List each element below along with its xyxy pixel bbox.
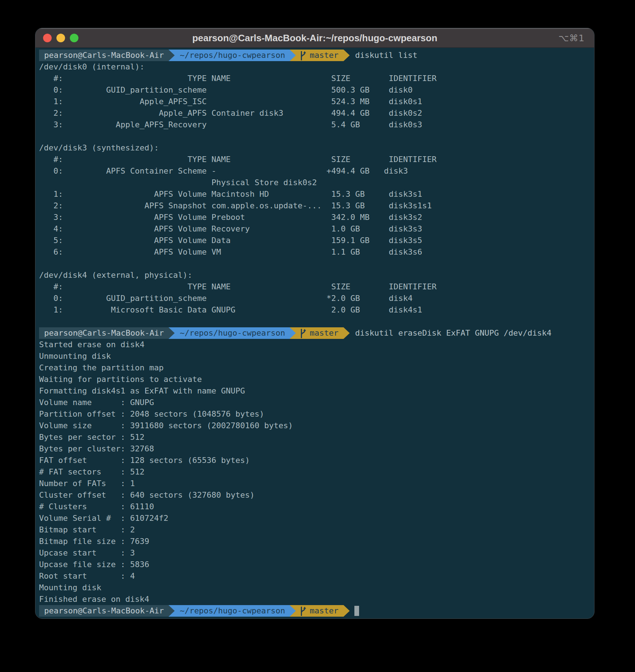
window-title: pearson@Carls-MacBook-Air:~/repos/hugo-c…	[35, 33, 594, 44]
output-line: Number of FATs : 1	[39, 478, 594, 489]
powerline-arrow-icon	[169, 327, 175, 339]
output-line: 1: Microsoft Basic Data GNUPG 2.0 GB dis…	[39, 304, 594, 316]
powerline-arrow-icon	[344, 50, 350, 61]
output-line	[39, 316, 594, 327]
command-text: diskutil eraseDisk ExFAT GNUPG /dev/disk…	[355, 327, 551, 339]
output-line: Physical Store disk0s2	[39, 177, 594, 188]
output-line: 0: GUID_partition_scheme *2.0 GB disk4	[39, 293, 594, 304]
prompt-git-branch: master	[296, 605, 344, 617]
output-line: Finished erase on disk4	[39, 594, 594, 605]
output-line: Volume name : GNUPG	[39, 397, 594, 408]
powerline-arrow-icon	[290, 327, 296, 339]
prompt-directory-label: ~/repos/hugo-cwpearson	[180, 605, 285, 617]
output-line: Mounting disk	[39, 582, 594, 594]
terminal-window: pearson@Carls-MacBook-Air:~/repos/hugo-c…	[35, 28, 594, 619]
output-line: /dev/disk0 (internal):	[39, 61, 594, 73]
prompt-user-host-label: pearson@Carls-MacBook-Air	[44, 605, 164, 617]
git-branch-name: master	[310, 605, 338, 617]
output-line: Formatting disk4s1 as ExFAT with name GN…	[39, 385, 594, 397]
powerline-arrow-icon	[344, 327, 350, 339]
prompt-directory: ~/repos/hugo-cwpearson	[175, 327, 289, 339]
output-line: FAT offset : 128 sectors (65536 bytes)	[39, 455, 594, 466]
git-branch-icon	[299, 606, 307, 616]
prompt-user-host-label: pearson@Carls-MacBook-Air	[44, 327, 164, 339]
output-line: 3: APFS Volume Preboot 342.0 MB disk3s2	[39, 212, 594, 223]
output-line: 1: APFS Volume Macintosh HD 15.3 GB disk…	[39, 188, 594, 200]
output-line: 4: APFS Volume Recovery 1.0 GB disk3s3	[39, 223, 594, 235]
prompt-directory-label: ~/repos/hugo-cwpearson	[180, 50, 285, 61]
output-line: Unmounting disk	[39, 350, 594, 362]
powerline-arrow-icon	[169, 605, 175, 617]
powerline-arrow-icon	[344, 605, 350, 617]
output-line: /dev/disk4 (external, physical):	[39, 269, 594, 281]
output-line: Waiting for partitions to activate	[39, 374, 594, 385]
output-line: 2: Apple_APFS Container disk3 494.4 GB d…	[39, 107, 594, 119]
prompt-directory: ~/repos/hugo-cwpearson	[175, 605, 289, 617]
output-line: 1: Apple_APFS_ISC 524.3 MB disk0s1	[39, 96, 594, 107]
output-line	[39, 258, 594, 269]
powerline-arrow-icon	[290, 605, 296, 617]
output-line: 3: Apple_APFS_Recovery 5.4 GB disk0s3	[39, 119, 594, 131]
output-line: 6: APFS Volume VM 1.1 GB disk3s6	[39, 246, 594, 258]
output-line: Creating the partition map	[39, 362, 594, 374]
prompt-user-host: pearson@Carls-MacBook-Air	[39, 605, 169, 617]
output-line: Bitmap file size : 7639	[39, 536, 594, 547]
output-line: Partition offset : 2048 sectors (1048576…	[39, 408, 594, 420]
output-line: # FAT sectors : 512	[39, 466, 594, 478]
prompt-user-host: pearson@Carls-MacBook-Air	[39, 327, 169, 339]
terminal-output-area[interactable]: pearson@Carls-MacBook-Air~/repos/hugo-cw…	[35, 48, 594, 617]
output-line: 2: APFS Snapshot com.apple.os.update-...…	[39, 200, 594, 212]
output-line	[39, 131, 594, 142]
git-branch-name: master	[310, 50, 338, 61]
prompt-line: pearson@Carls-MacBook-Air~/repos/hugo-cw…	[39, 327, 594, 339]
terminal-cursor	[354, 606, 359, 616]
output-line: #: TYPE NAME SIZE IDENTIFIER	[39, 281, 594, 293]
output-line: Bytes per sector : 512	[39, 431, 594, 443]
window-shortcut-badge: ⌥⌘1	[558, 28, 585, 48]
output-line: /dev/disk3 (synthesized):	[39, 142, 594, 154]
output-line: Upcase file size : 5836	[39, 559, 594, 570]
prompt-line: pearson@Carls-MacBook-Air~/repos/hugo-cw…	[39, 50, 594, 61]
prompt-user-host: pearson@Carls-MacBook-Air	[39, 50, 169, 61]
output-line: Cluster offset : 640 sectors (327680 byt…	[39, 489, 594, 501]
output-line: # Clusters : 61110	[39, 501, 594, 512]
output-line: 0: GUID_partition_scheme 500.3 GB disk0	[39, 84, 594, 96]
prompt-git-branch: master	[296, 50, 344, 61]
output-line: Upcase start : 3	[39, 547, 594, 559]
output-line: 0: APFS Container Scheme - +494.4 GB dis…	[39, 165, 594, 177]
output-line: Volume Serial # : 610724f2	[39, 512, 594, 524]
powerline-arrow-icon	[169, 50, 175, 61]
prompt-directory: ~/repos/hugo-cwpearson	[175, 50, 289, 61]
git-branch-name: master	[310, 327, 338, 339]
powerline-arrow-icon	[290, 50, 296, 61]
prompt-line: pearson@Carls-MacBook-Air~/repos/hugo-cw…	[39, 605, 594, 617]
git-branch-icon	[299, 51, 307, 60]
prompt-directory-label: ~/repos/hugo-cwpearson	[180, 327, 285, 339]
output-line: Started erase on disk4	[39, 339, 594, 350]
output-line: #: TYPE NAME SIZE IDENTIFIER	[39, 154, 594, 165]
title-bar[interactable]: pearson@Carls-MacBook-Air:~/repos/hugo-c…	[35, 28, 594, 48]
output-line: Bitmap start : 2	[39, 524, 594, 536]
command-text: diskutil list	[355, 50, 417, 61]
output-line: 5: APFS Volume Data 159.1 GB disk3s5	[39, 235, 594, 246]
output-line: Volume size : 3911680 sectors (200278016…	[39, 420, 594, 431]
output-line: Bytes per cluster: 32768	[39, 443, 594, 455]
prompt-git-branch: master	[296, 327, 344, 339]
output-line: Root start : 4	[39, 570, 594, 582]
prompt-user-host-label: pearson@Carls-MacBook-Air	[44, 50, 164, 61]
git-branch-icon	[299, 328, 307, 338]
output-line: #: TYPE NAME SIZE IDENTIFIER	[39, 73, 594, 84]
